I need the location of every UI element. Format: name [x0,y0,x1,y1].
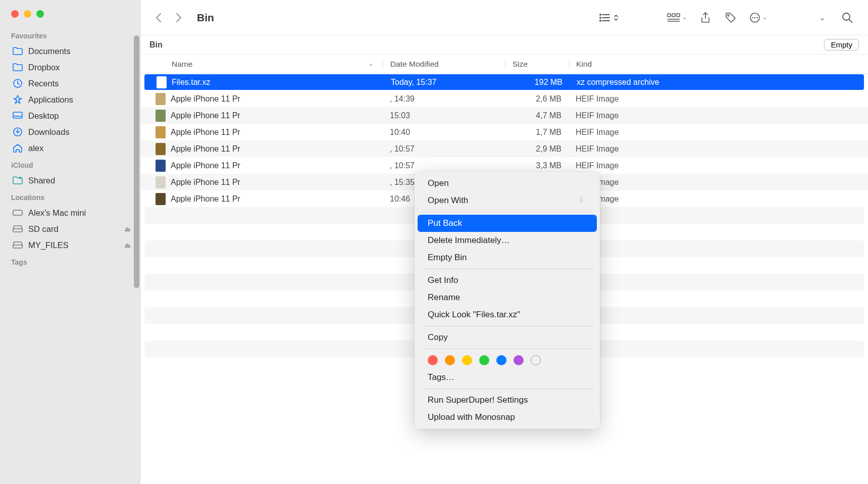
computer-icon [12,208,23,218]
view-mode-button[interactable] [596,9,622,26]
sidebar-item-dropbox[interactable]: Dropbox [0,59,140,75]
file-date: Today, 15:37 [384,78,506,87]
back-button[interactable] [151,11,166,25]
image-thumbnail-icon [156,176,166,188]
chevron-down-icon: ⌄ [762,14,767,21]
sidebar-item-mac-mini[interactable]: Alex's Mac mini [0,205,140,221]
grid-group-icon [667,13,680,22]
ctx-get-info[interactable]: Get Info [418,272,597,289]
file-row[interactable]: Apple iPhone 11 Pr 15:03 4,7 MB HEIF Ima… [140,107,868,124]
tag-blue[interactable] [496,355,506,365]
svg-point-18 [752,17,753,18]
file-name: Apple iPhone 11 Pr [171,111,240,120]
svg-point-8 [600,14,601,15]
forward-button[interactable] [172,11,186,25]
ctx-empty-bin[interactable]: Empty Bin [418,249,597,266]
column-header-kind[interactable]: Kind [569,60,868,69]
path-label: Bin [149,40,163,50]
file-name: Apple iPhone 11 Pr [171,94,240,104]
sidebar-item-my-files[interactable]: MY_FILES ⏏ [0,237,140,253]
column-headers: Name ⌄ Date Modified Size Kind [140,55,868,74]
ctx-open-with[interactable]: Open With 〉 [418,192,597,209]
column-header-name[interactable]: Name ⌄ [140,60,383,69]
file-row[interactable]: Apple iPhone 11 Pr , 14:39 2,6 MB HEIF I… [140,90,868,107]
file-date: , 10:57 [383,161,505,170]
tag-yellow[interactable] [462,355,472,365]
file-size: 4,7 MB [505,111,569,120]
eject-icon[interactable]: ⏏ [124,241,131,249]
ctx-open[interactable]: Open [418,175,597,192]
svg-rect-13 [677,14,680,17]
actions-button[interactable]: ⌄ [746,9,770,26]
file-kind: HEIF Image [569,161,868,170]
share-button[interactable] [696,9,715,26]
svg-point-16 [728,15,729,16]
ctx-tags[interactable]: Tags… [418,369,597,386]
maximize-window-button[interactable] [36,10,44,18]
sidebar-item-label: SD card [28,224,59,234]
chevron-right-icon: 〉 [580,196,587,205]
ctx-separator [422,212,593,212]
ctx-delete-immediately[interactable]: Delete Immediately… [418,232,597,249]
file-name: Apple iPhone 11 Pr [171,144,240,154]
file-date: 15:03 [383,111,505,120]
sidebar-item-recents[interactable]: Recents [0,75,140,91]
tag-none[interactable] [531,355,541,365]
sidebar-item-label: MY_FILES [28,240,69,250]
sidebar-item-sd-card[interactable]: SD card ⏏ [0,221,140,237]
file-name: Apple iPhone 11 Pr [171,195,240,204]
svg-rect-12 [672,14,675,17]
sidebar-item-label: Shared [28,176,55,185]
tag-orange[interactable] [445,355,455,365]
svg-point-9 [600,17,601,18]
tag-purple[interactable] [514,355,524,365]
close-window-button[interactable] [11,10,19,18]
file-row[interactable]: Apple iPhone 11 Pr 10:40 1,7 MB HEIF Ima… [140,124,868,140]
file-date: , 10:57 [383,144,505,154]
file-date: 10:40 [383,128,505,137]
sidebar-scrollbar[interactable] [134,35,139,288]
sidebar-item-desktop[interactable]: Desktop [0,108,140,124]
ctx-put-back[interactable]: Put Back [418,215,597,232]
sidebar-item-downloads[interactable]: Downloads [0,124,140,140]
svg-rect-11 [668,14,671,17]
sidebar-section-icloud: iCloud [0,156,140,172]
toolbar: Bin ⌄ ⌄ ⌄ [140,0,868,35]
sidebar-item-applications[interactable]: Applications [0,91,140,108]
ctx-separator [422,326,593,326]
search-button[interactable] [838,9,857,26]
empty-bin-button[interactable]: Empty [824,39,859,51]
clock-icon [12,78,23,88]
tags-button[interactable] [721,9,740,26]
tag-green[interactable] [479,355,489,365]
sidebar-item-label: Documents [28,46,70,56]
file-name: Apple iPhone 11 Pr [171,161,240,170]
downloads-icon [12,127,23,137]
sidebar-item-shared[interactable]: Shared [0,172,140,188]
svg-point-3 [19,177,21,179]
column-header-date[interactable]: Date Modified [383,60,505,69]
ctx-separator [422,349,593,349]
sidebar-item-label: Downloads [28,127,70,137]
toolbar-overflow-button[interactable]: ⌄ [812,9,832,26]
file-size: 2,6 MB [505,94,569,104]
group-by-button[interactable]: ⌄ [664,9,690,26]
window-title: Bin [197,12,214,24]
sidebar-item-home[interactable]: alex [0,140,140,156]
eject-icon[interactable]: ⏏ [124,225,131,233]
file-kind: xz compressed archive [570,78,863,87]
sidebar-item-documents[interactable]: Documents [0,43,140,59]
column-header-size[interactable]: Size [505,60,569,69]
minimize-window-button[interactable] [24,10,31,18]
file-row[interactable]: Apple iPhone 11 Pr , 10:57 2,9 MB HEIF I… [140,140,868,157]
ctx-upload-monosnap[interactable]: Upload with Monosnap [418,409,597,426]
file-row[interactable]: Files.tar.xz Today, 15:37 192 MB xz comp… [144,74,864,90]
ctx-quick-look[interactable]: Quick Look "Files.tar.xz" [418,306,597,323]
ctx-rename[interactable]: Rename [418,289,597,306]
path-bar: Bin Empty [140,35,868,55]
tag-red[interactable] [428,355,438,365]
file-name: Apple iPhone 11 Pr [171,128,240,137]
file-kind: HEIF Image [569,111,868,120]
ctx-run-superduper[interactable]: Run SuperDuper! Settings [418,392,597,409]
ctx-copy[interactable]: Copy [418,329,597,346]
